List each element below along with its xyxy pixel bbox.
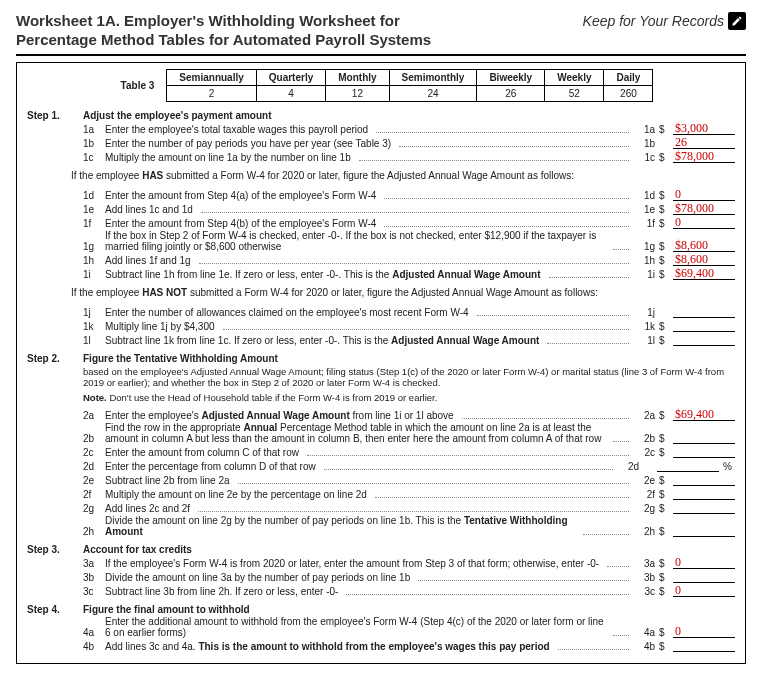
line-4b: 4b Add lines 3c and 4a. This is the amou… — [83, 639, 735, 652]
value-2c[interactable] — [673, 445, 735, 458]
line-1e: 1e Add lines 1c and 1d 1e $ $78,000 — [83, 202, 735, 215]
step1-label: Step 1. — [27, 110, 71, 164]
t3-h0: Semiannually — [167, 69, 256, 85]
line-1d: 1d Enter the amount from Step 4(a) of th… — [83, 188, 735, 201]
title-line-1: Worksheet 1A. Employer's Withholding Wor… — [16, 12, 400, 29]
line-1j: 1j Enter the number of allowances claime… — [83, 305, 735, 318]
step1-hasnot-intro: If the employee HAS NOT submitted a Form… — [71, 287, 735, 298]
line-2g: 2g Add lines 2c and 2f 2g $ — [83, 501, 735, 514]
page-title: Worksheet 1A. Employer's Withholding Wor… — [16, 12, 431, 50]
title-line-2: Percentage Method Tables for Automated P… — [16, 31, 431, 48]
value-2f[interactable] — [673, 487, 735, 500]
line-1g: 1g If the box in Step 2 of Form W-4 is c… — [83, 230, 735, 252]
line-4a: 4a Enter the additional amount to withho… — [83, 616, 735, 638]
value-2g[interactable] — [673, 501, 735, 514]
t3-v6: 260 — [604, 85, 653, 101]
t3-h3: Semimonthly — [389, 69, 477, 85]
t3-h5: Weekly — [545, 69, 604, 85]
value-1k[interactable] — [673, 319, 735, 332]
line-1b: 1b Enter the number of pay periods you h… — [83, 136, 735, 149]
value-2b[interactable] — [673, 431, 735, 444]
line-3a: 3a If the employee's Form W-4 is from 20… — [83, 556, 735, 569]
value-2e[interactable] — [673, 473, 735, 486]
pencil-icon — [728, 12, 746, 30]
step1-has-intro: If the employee HAS submitted a Form W-4… — [71, 170, 735, 181]
step2-label: Step 2. — [27, 353, 71, 538]
step4-heading: Figure the final amount to withhold — [83, 604, 735, 615]
line-3b: 3b Divide the amount on line 3a by the n… — [83, 570, 735, 583]
line-2a: 2a Enter the employee's Adjusted Annual … — [83, 408, 735, 421]
table-3-label: Table 3 — [109, 69, 167, 101]
line-1l: 1l Subtract line 1k from line 1c. If zer… — [83, 333, 735, 346]
value-1d[interactable]: 0 — [673, 188, 735, 201]
value-1c[interactable]: $78,000 — [673, 150, 735, 163]
value-4b[interactable] — [673, 639, 735, 652]
line-1a: 1a Enter the employee's total taxable wa… — [83, 122, 735, 135]
value-1l[interactable] — [673, 333, 735, 346]
worksheet-frame: Table 3 Semiannually Quarterly Monthly S… — [16, 62, 746, 664]
line-1f: 1f Enter the amount from Step 4(b) of th… — [83, 216, 735, 229]
line-2c: 2c Enter the amount from column C of tha… — [83, 445, 735, 458]
value-4a[interactable]: 0 — [673, 625, 735, 638]
step3-heading: Account for tax credits — [83, 544, 735, 555]
t3-v4: 26 — [477, 85, 545, 101]
table-3: Table 3 Semiannually Quarterly Monthly S… — [109, 69, 654, 102]
line-2d: 2d Enter the percentage from column D of… — [83, 459, 735, 472]
value-1b[interactable]: 26 — [673, 136, 735, 149]
line-3c: 3c Subtract line 3b from line 2h. If zer… — [83, 584, 735, 597]
step1-heading: Adjust the employee's payment amount — [83, 110, 735, 121]
keep-text: Keep for Your Records — [583, 13, 724, 29]
value-3b[interactable] — [673, 570, 735, 583]
line-1h: 1h Add lines 1f and 1g 1h $ $8,600 — [83, 253, 735, 266]
t3-h6: Daily — [604, 69, 653, 85]
value-2d[interactable] — [657, 459, 719, 472]
value-3c[interactable]: 0 — [673, 584, 735, 597]
line-2b: 2b Find the row in the appropriate Annua… — [83, 422, 735, 444]
value-1g[interactable]: $8,600 — [673, 239, 735, 252]
value-1f[interactable]: 0 — [673, 216, 735, 229]
t3-h4: Biweekly — [477, 69, 545, 85]
line-2f: 2f Multiply the amount on line 2e by the… — [83, 487, 735, 500]
value-2h[interactable] — [673, 524, 735, 537]
value-1j[interactable] — [673, 305, 735, 318]
line-1k: 1k Multiply line 1j by $4,300 1k $ — [83, 319, 735, 332]
step2-note2: Note. Don't use the Head of Household ta… — [83, 392, 735, 403]
line-1c: 1c Multiply the amount on line 1a by the… — [83, 150, 735, 163]
t3-v3: 24 — [389, 85, 477, 101]
t3-h2: Monthly — [326, 69, 389, 85]
line-2e: 2e Subtract line 2b from line 2a 2e $ — [83, 473, 735, 486]
t3-v1: 4 — [256, 85, 325, 101]
line-2h: 2h Divide the amount on line 2g by the n… — [83, 515, 735, 537]
keep-for-records: Keep for Your Records — [583, 12, 746, 30]
step2-heading: Figure the Tentative Withholding Amount — [83, 353, 735, 364]
step4-label: Step 4. — [27, 604, 71, 653]
t3-v2: 12 — [326, 85, 389, 101]
line-1i: 1i Subtract line 1h from line 1e. If zer… — [83, 267, 735, 280]
step3-label: Step 3. — [27, 544, 71, 598]
value-1e[interactable]: $78,000 — [673, 202, 735, 215]
value-1h[interactable]: $8,600 — [673, 253, 735, 266]
value-1i[interactable]: $69,400 — [673, 267, 735, 280]
value-1a[interactable]: $3,000 — [673, 122, 735, 135]
step2-note1: based on the employee's Adjusted Annual … — [83, 366, 735, 389]
t3-v0: 2 — [167, 85, 256, 101]
t3-h1: Quarterly — [256, 69, 325, 85]
value-3a[interactable]: 0 — [673, 556, 735, 569]
value-2a[interactable]: $69,400 — [673, 408, 735, 421]
t3-v5: 52 — [545, 85, 604, 101]
